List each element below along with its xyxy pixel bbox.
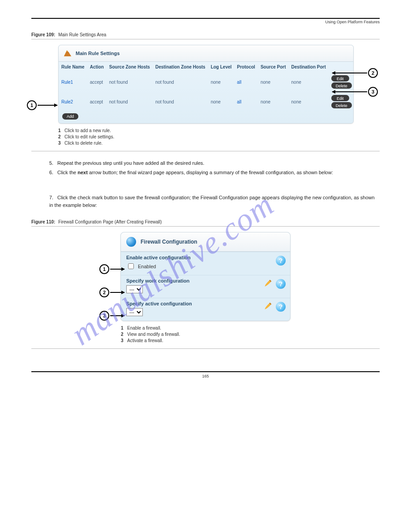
delete-button[interactable]: Delete (331, 82, 352, 89)
fw-work-label: Specify work configuration (126, 278, 285, 283)
callout-1-arrow (38, 105, 57, 106)
fw-active-label: Specify active configuration (126, 301, 285, 306)
step-5: 5.Repeat the previous step until you hav… (49, 159, 380, 167)
fw-callout-3: 3 (99, 311, 109, 321)
fw-section-active: ? Specify active configuration --- (121, 298, 290, 321)
figure1-wrap: 1 2 3 Main Rule Settings Rule Name Actio… (31, 45, 380, 124)
globe-icon (126, 237, 136, 247)
col-log-level: Log Level (208, 62, 235, 72)
step-7: 7.Click the check mark button to save th… (49, 194, 380, 209)
cell-protocol[interactable]: all (234, 92, 258, 112)
cell-src-port: none (258, 72, 289, 92)
col-src-hosts: Source Zone Hosts (107, 62, 153, 72)
main-rule-panel-title: Main Rule Settings (76, 51, 120, 56)
col-rule-name: Rule Name (59, 62, 87, 72)
fw-section-enable: ? Enable active configuration Enabled (121, 252, 290, 275)
cell-dst-hosts: not found (153, 72, 208, 92)
cell-action: accept (87, 72, 107, 92)
add-button[interactable]: Add (62, 113, 78, 120)
callout-2-circle: 2 (368, 68, 378, 78)
figure1-caption: Figure 109: Main Rule Settings Area (31, 32, 106, 37)
col-dst-hosts: Destination Zone Hosts (153, 62, 208, 72)
active-config-select[interactable]: --- (126, 308, 143, 316)
figure2-annotations: 1Enable a firewall. 2View and modify a f… (121, 326, 380, 343)
table-row: Rule1 accept not found not found none al… (59, 72, 355, 92)
figure1-annotations: 1Click to add a new rule. 2Click to edit… (58, 128, 380, 146)
brush-icon[interactable] (263, 279, 272, 288)
delete-button[interactable]: Delete (331, 102, 352, 108)
rule-table: Rule Name Action Source Zone Hosts Desti… (59, 62, 355, 112)
cell-src-port: none (258, 92, 289, 112)
cell-dst-hosts: not found (153, 92, 208, 112)
fw-callout-3-arrow (110, 315, 124, 316)
fw-panel-header: Firewall Configuration (121, 232, 290, 252)
figure2-caption: Figure 110: Firewall Configuration Page … (31, 219, 162, 224)
enabled-text: Enabled (138, 264, 156, 269)
help-icon[interactable]: ? (276, 256, 286, 266)
page-footer: 165 (31, 371, 380, 378)
callout-3-circle: 3 (368, 87, 378, 97)
col-protocol: Protocol (234, 62, 258, 72)
table-row: Rule2 accept not found not found none al… (59, 92, 355, 112)
edit-button[interactable]: Edit (331, 75, 349, 82)
callout-1-circle: 1 (27, 100, 37, 110)
fw-callout-2: 2 (99, 287, 109, 297)
fw-enable-label: Enable active configuration (126, 255, 285, 260)
cell-src-hosts: not found (107, 72, 153, 92)
callout-3-arrow (332, 91, 367, 92)
cell-rule-name[interactable]: Rule2 (59, 92, 87, 112)
firewall-config-panel: Firewall Configuration ? Enable active c… (120, 232, 291, 321)
brush-icon[interactable] (263, 302, 272, 311)
rule-table-header-row: Rule Name Action Source Zone Hosts Desti… (59, 62, 355, 72)
edit-button[interactable]: Edit (331, 95, 349, 101)
figure2-wrap: 1 2 3 Firewall Configuration ? Enable ac… (31, 232, 380, 321)
cell-dst-port: none (289, 92, 329, 112)
callout-2-arrow (332, 73, 367, 73)
cell-src-hosts: not found (107, 92, 153, 112)
fw-panel-title: Firewall Configuration (141, 239, 197, 245)
cell-log-level: none (208, 92, 235, 112)
main-rule-panel: Main Rule Settings Rule Name Action Sour… (58, 45, 354, 124)
footer-page: 165 (202, 374, 209, 378)
step-6: 6.Click the next arrow button; the final… (49, 169, 380, 176)
enabled-checkbox[interactable] (128, 263, 134, 269)
cell-log-level: none (208, 72, 235, 92)
col-action: Action (87, 62, 107, 72)
main-rule-panel-header: Main Rule Settings (59, 45, 353, 62)
firewall-icon (63, 49, 72, 58)
col-dst-port: Destination Port (289, 62, 329, 72)
col-src-port: Source Port (258, 62, 289, 72)
fw-callout-1: 1 (99, 264, 109, 274)
help-icon[interactable]: ? (276, 302, 286, 312)
cell-action: accept (87, 92, 107, 112)
fw-callout-2-arrow (110, 292, 124, 293)
cell-rule-name[interactable]: Rule1 (59, 72, 87, 92)
page-header-right: Using Open Platform Features (31, 20, 380, 24)
fw-section-work: ? Specify work configuration --- (121, 275, 290, 298)
work-config-select[interactable]: --- (126, 285, 143, 293)
cell-protocol[interactable]: all (234, 72, 258, 92)
help-icon[interactable]: ? (276, 279, 286, 289)
cell-dst-port: none (289, 72, 329, 92)
fw-callout-1-arrow (110, 269, 124, 270)
